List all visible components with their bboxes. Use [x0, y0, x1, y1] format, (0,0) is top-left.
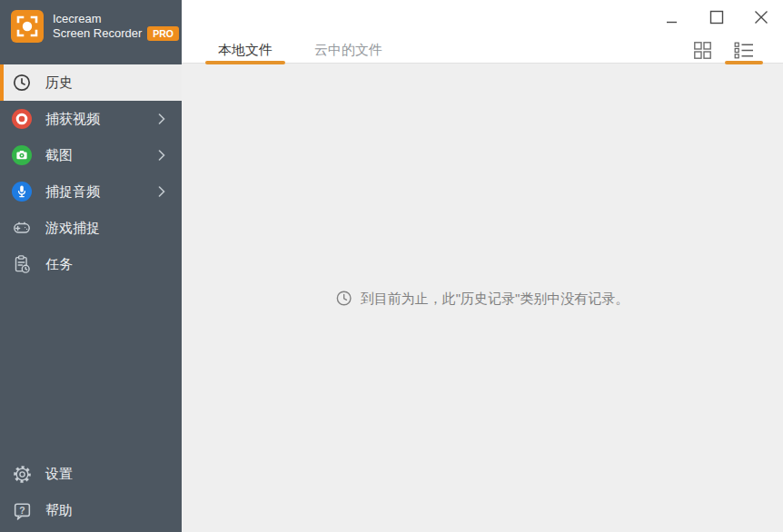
sidebar-bottom-menu: 设置 ? 帮助 [0, 456, 182, 528]
viewfinder-icon [11, 10, 44, 43]
view-toggle [683, 36, 763, 64]
app-window: Icecream Screen Recorder PRO 历史 [0, 0, 783, 532]
sidebar-item-history[interactable]: 历史 [0, 64, 182, 101]
chevron-right-icon [158, 186, 165, 197]
tasks-icon [11, 253, 33, 275]
sidebar-item-label: 捕获视频 [45, 111, 158, 128]
app-name-line1: Icecream [53, 12, 179, 26]
sidebar-item-label: 捕捉音频 [45, 183, 158, 201]
content-area: 到目前为止，此"历史记录"类别中没有记录。 [182, 64, 783, 532]
pro-badge: PRO [147, 26, 179, 41]
help-icon: ? [11, 499, 33, 521]
header: 本地文件 云中的文件 [182, 0, 783, 64]
tab-cloud-files[interactable]: 云中的文件 [302, 36, 395, 64]
clock-icon [336, 291, 352, 307]
sidebar-item-label: 任务 [45, 256, 182, 273]
chevron-right-icon [158, 150, 165, 161]
window-controls [659, 5, 774, 29]
app-title: Icecream Screen Recorder PRO [53, 10, 179, 41]
sidebar-item-label: 设置 [45, 466, 182, 483]
empty-state-message: 到目前为止，此"历史记录"类别中没有记录。 [361, 290, 629, 307]
sidebar-item-capture-audio[interactable]: 捕捉音频 [0, 173, 182, 210]
clock-icon [11, 72, 33, 94]
grid-view-button[interactable] [683, 36, 721, 64]
record-icon [11, 108, 33, 130]
sidebar: Icecream Screen Recorder PRO 历史 [0, 0, 182, 532]
maximize-button[interactable] [704, 5, 729, 29]
sidebar-item-label: 历史 [45, 74, 182, 92]
sidebar-item-label: 帮助 [45, 502, 182, 519]
tab-local-files[interactable]: 本地文件 [205, 36, 285, 64]
sidebar-menu: 历史 捕获视频 [0, 64, 182, 282]
grid-view-icon [693, 41, 712, 60]
sidebar-item-settings[interactable]: 设置 [0, 456, 182, 492]
sidebar-item-label: 游戏捕捉 [45, 220, 182, 237]
gamepad-icon [11, 217, 33, 239]
sidebar-item-screenshot[interactable]: 截图 [0, 137, 182, 173]
app-logo-icon [11, 10, 44, 43]
sidebar-item-game-capture[interactable]: 游戏捕捉 [0, 210, 182, 246]
empty-state: 到目前为止，此"历史记录"类别中没有记录。 [336, 290, 629, 307]
gear-icon [11, 463, 33, 485]
list-view-icon [734, 42, 754, 59]
camera-icon [11, 144, 33, 166]
file-tabs: 本地文件 云中的文件 [205, 36, 395, 64]
sidebar-item-capture-video[interactable]: 捕获视频 [0, 101, 182, 137]
close-button[interactable] [748, 5, 774, 29]
svg-text:?: ? [19, 505, 25, 515]
list-view-button[interactable] [725, 36, 763, 64]
minimize-button[interactable] [659, 5, 685, 29]
chevron-right-icon [158, 113, 165, 124]
sidebar-item-help[interactable]: ? 帮助 [0, 492, 182, 528]
sidebar-item-label: 截图 [45, 147, 158, 164]
app-name-line2: Screen Recorder [53, 26, 142, 41]
sidebar-item-tasks[interactable]: 任务 [0, 246, 182, 282]
app-logo-row: Icecream Screen Recorder PRO [0, 0, 182, 64]
microphone-icon [11, 181, 33, 202]
